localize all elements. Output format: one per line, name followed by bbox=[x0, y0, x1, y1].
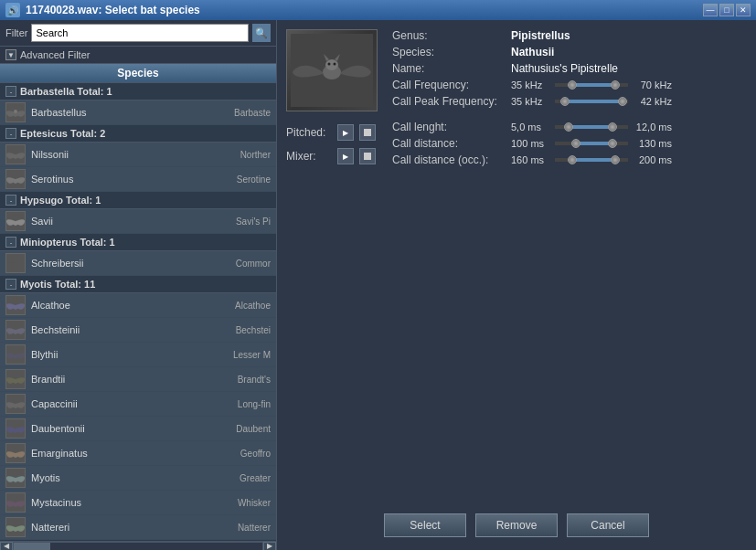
expand-icon: - bbox=[5, 195, 16, 206]
call-peak-right-handle[interactable] bbox=[618, 97, 627, 106]
call-peak-track bbox=[555, 100, 628, 103]
species-common-name: Norther bbox=[240, 150, 271, 160]
call-freq-min: 35 kHz bbox=[511, 79, 548, 90]
species-name: Daubentonii bbox=[31, 423, 236, 434]
species-thumbnail bbox=[5, 369, 26, 389]
close-button[interactable]: ✕ bbox=[736, 4, 751, 16]
minimize-button[interactable]: — bbox=[703, 4, 718, 16]
species-name: Blythii bbox=[31, 349, 233, 360]
species-name: Mystacinus bbox=[31, 497, 238, 508]
call-distance-left-handle[interactable] bbox=[571, 139, 580, 148]
group-myotis[interactable]: - Myotis Total: 11 bbox=[0, 276, 276, 293]
call-distance-occ-max: 200 ms bbox=[635, 154, 672, 165]
list-item[interactable]: Mystacinus Whisker bbox=[0, 491, 276, 515]
group-barbastella-label: Barbastella Total: 1 bbox=[20, 86, 112, 97]
list-item[interactable]: Barbastellus Barbaste bbox=[0, 100, 276, 125]
species-name: Schreibersii bbox=[31, 258, 236, 269]
advanced-filter-bar: ▼ Advanced Filter bbox=[0, 47, 276, 64]
call-distance-min: 100 ms bbox=[511, 138, 548, 149]
list-item[interactable]: Savii Savi's Pi bbox=[0, 209, 276, 234]
scroll-left-arrow[interactable]: ◀ bbox=[0, 542, 13, 551]
left-panel: Filter 🔍 ▼ Advanced Filter Species - Bar… bbox=[0, 20, 277, 550]
call-distance-right-handle[interactable] bbox=[608, 139, 617, 148]
species-name: Alcathoe bbox=[31, 300, 235, 311]
search-button[interactable]: 🔍 bbox=[252, 24, 271, 42]
call-length-left-handle[interactable] bbox=[564, 122, 573, 132]
advanced-filter-label: Advanced Filter bbox=[20, 49, 90, 60]
advanced-filter-toggle[interactable]: ▼ bbox=[5, 49, 16, 60]
detail-area: Genus: Pipistrellus Species: Nathusii Na… bbox=[286, 29, 747, 506]
species-common-name: Geoffro bbox=[240, 449, 271, 459]
species-thumbnail bbox=[5, 517, 26, 537]
group-miniopterus[interactable]: - Miniopterus Total: 1 bbox=[0, 234, 276, 251]
window-title: 11740028.wav: Select bat species bbox=[26, 4, 200, 16]
species-common-name: Alcathoe bbox=[235, 301, 271, 311]
call-peak-max: 42 kHz bbox=[635, 96, 672, 107]
call-length-right-handle[interactable] bbox=[608, 122, 617, 132]
call-freq-left-handle[interactable] bbox=[568, 80, 577, 90]
horizontal-scrollbar[interactable]: ◀ ▶ bbox=[0, 541, 276, 550]
filter-label: Filter bbox=[5, 27, 27, 38]
list-item[interactable]: Serotinus Serotine bbox=[0, 167, 276, 192]
species-thumbnail bbox=[5, 320, 26, 340]
species-thumbnail bbox=[5, 169, 26, 189]
window-controls: — □ ✕ bbox=[703, 4, 751, 16]
bat-image bbox=[286, 29, 378, 111]
call-distance-occ-left-handle[interactable] bbox=[568, 155, 577, 164]
species-list[interactable]: - Barbastella Total: 1 Barbastellus Barb… bbox=[0, 83, 276, 541]
list-item[interactable]: Daubentonii Daubent bbox=[0, 417, 276, 441]
group-hypsugo[interactable]: - Hypsugo Total: 1 bbox=[0, 192, 276, 209]
species-thumbnail bbox=[5, 468, 26, 488]
call-distance-occ-track bbox=[555, 158, 628, 162]
filter-bar: Filter 🔍 bbox=[0, 20, 276, 47]
main-container: Filter 🔍 ▼ Advanced Filter Species - Bar… bbox=[0, 20, 756, 550]
call-peak-left-handle[interactable] bbox=[560, 97, 570, 106]
list-item[interactable]: Nattereri Natterer bbox=[0, 515, 276, 540]
scroll-thumb[interactable] bbox=[14, 543, 50, 550]
list-item[interactable]: Alcathoe Alcathoe bbox=[0, 293, 276, 318]
call-length-min: 5,0 ms bbox=[511, 122, 548, 132]
remove-button[interactable]: Remove bbox=[475, 513, 558, 537]
list-item[interactable]: Nilssonii Norther bbox=[0, 143, 276, 167]
name-value: Nathusius's Pipistrelle bbox=[511, 62, 618, 75]
svg-point-4 bbox=[328, 63, 331, 66]
call-peak-label: Call Peak Frequency: bbox=[392, 95, 511, 108]
scroll-track[interactable] bbox=[13, 542, 263, 551]
list-item[interactable]: Myotis Greater bbox=[0, 466, 276, 491]
group-eptesicus-label: Eptesicus Total: 2 bbox=[20, 128, 105, 139]
title-bar: 🔊 11740028.wav: Select bat species — □ ✕ bbox=[0, 0, 756, 20]
list-item[interactable]: Brandtii Brandt's bbox=[0, 367, 276, 392]
species-thumbnail bbox=[5, 253, 26, 273]
scroll-right-arrow[interactable]: ▶ bbox=[263, 542, 276, 551]
mixer-label: Mixer: bbox=[286, 150, 332, 163]
species-value: Nathusii bbox=[511, 46, 554, 58]
list-item[interactable]: Schreibersii Commor bbox=[0, 251, 276, 276]
species-name: Barbastellus bbox=[31, 107, 234, 118]
group-miniopterus-label: Miniopterus Total: 1 bbox=[20, 237, 115, 248]
mixer-stop-button[interactable] bbox=[359, 148, 376, 164]
call-distance-max: 130 ms bbox=[635, 138, 672, 149]
search-input[interactable] bbox=[32, 27, 248, 38]
group-eptesicus[interactable]: - Eptesicus Total: 2 bbox=[0, 125, 276, 143]
more-ranges: Call lenght: 5,0 ms 12,0 ms Call distanc… bbox=[392, 121, 747, 170]
call-distance-occ-right-handle[interactable] bbox=[611, 155, 620, 164]
name-row: Name: Nathusius's Pipistrelle bbox=[392, 62, 747, 75]
list-item[interactable]: Emarginatus Geoffro bbox=[0, 441, 276, 466]
select-button[interactable]: Select bbox=[384, 513, 466, 537]
species-header: Species bbox=[0, 64, 276, 83]
right-panel: Genus: Pipistrellus Species: Nathusii Na… bbox=[277, 20, 756, 550]
call-peak-active bbox=[562, 100, 621, 103]
species-common-name: Barbaste bbox=[234, 108, 271, 118]
cancel-button[interactable]: Cancel bbox=[567, 513, 649, 537]
species-common-name: Lesser M bbox=[233, 350, 271, 360]
pitched-stop-button[interactable] bbox=[359, 124, 376, 141]
group-barbastella[interactable]: - Barbastella Total: 1 bbox=[0, 83, 276, 100]
pitched-play-button[interactable]: ▶ bbox=[337, 124, 354, 141]
mixer-play-button[interactable]: ▶ bbox=[337, 148, 354, 164]
list-item[interactable]: Bechsteinii Bechstei bbox=[0, 318, 276, 343]
list-item[interactable]: Capaccinii Long-fin bbox=[0, 392, 276, 417]
restore-button[interactable]: □ bbox=[719, 4, 734, 16]
genus-label: Genus: bbox=[392, 29, 511, 42]
call-freq-right-handle[interactable] bbox=[611, 80, 620, 90]
list-item[interactable]: Blythii Lesser M bbox=[0, 343, 276, 367]
